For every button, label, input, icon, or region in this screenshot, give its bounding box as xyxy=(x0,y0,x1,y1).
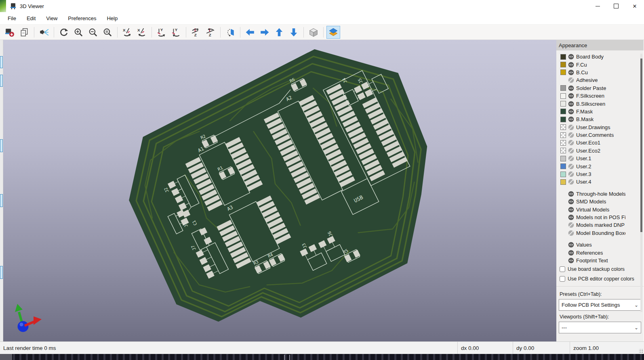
visibility-eye-off-icon[interactable] xyxy=(568,124,574,130)
zoom-out-button[interactable] xyxy=(86,26,100,39)
model-option-row[interactable]: Through-hole Models xyxy=(560,190,644,198)
visibility-eye-icon[interactable] xyxy=(568,101,574,107)
use-board-stackup-colors-row[interactable]: Use board stackup colors xyxy=(556,264,644,274)
rotate-x-cw-button[interactable]: X xyxy=(120,26,134,39)
menu-preferences[interactable]: Preferences xyxy=(63,13,101,24)
layer-row[interactable]: User.4 xyxy=(560,178,644,186)
rotate-x-ccw-button[interactable]: X xyxy=(135,26,149,39)
visibility-eye-icon[interactable] xyxy=(568,54,574,60)
color-swatch[interactable] xyxy=(560,69,566,75)
layer-row[interactable]: Adhesive xyxy=(560,76,644,84)
3d-viewport[interactable]: A1A3A2R1R2R3R4R5R6J2J1C1J7J3J6J4J5USB xyxy=(3,40,556,341)
text-option-row[interactable]: References xyxy=(560,249,644,256)
visibility-eye-icon[interactable] xyxy=(568,214,574,220)
color-swatch[interactable] xyxy=(560,109,566,114)
visibility-eye-icon[interactable] xyxy=(568,109,574,115)
color-swatch[interactable] xyxy=(560,132,566,138)
visibility-eye-off-icon[interactable] xyxy=(568,140,574,146)
visibility-eye-icon[interactable] xyxy=(568,191,574,197)
visibility-eye-off-icon[interactable] xyxy=(568,148,574,154)
visibility-eye-icon[interactable] xyxy=(568,207,574,213)
panel-scrollbar-thumb[interactable] xyxy=(640,59,642,232)
model-option-row[interactable]: Models not in POS File xyxy=(560,213,644,221)
model-option-row[interactable]: Model Bounding Boxes xyxy=(560,229,644,237)
visibility-eye-icon[interactable] xyxy=(568,250,574,256)
model-option-row[interactable]: Virtual Models xyxy=(560,205,644,213)
text-option-row[interactable]: Values xyxy=(560,241,644,249)
checkbox-icon[interactable] xyxy=(560,266,565,272)
visibility-eye-icon[interactable] xyxy=(568,257,574,264)
layer-row[interactable]: B.Cu xyxy=(560,69,644,76)
color-swatch[interactable] xyxy=(560,179,566,185)
color-swatch[interactable] xyxy=(560,62,566,67)
layer-row[interactable]: User.1 xyxy=(560,155,644,162)
visibility-eye-icon[interactable] xyxy=(568,62,574,68)
layer-row[interactable]: F.Silkscreen xyxy=(560,92,644,100)
presets-dropdown[interactable]: Follow PCB Plot Settings ⌄ xyxy=(559,299,641,311)
show-layers-button[interactable] xyxy=(326,26,340,39)
layer-row[interactable]: F.Mask xyxy=(560,108,644,115)
layer-row[interactable]: B.Mask xyxy=(560,115,644,123)
render-current-view-button[interactable] xyxy=(37,26,51,39)
layer-row[interactable]: User.Comments xyxy=(560,131,644,139)
checkbox-icon[interactable] xyxy=(560,276,565,282)
model-option-row[interactable]: Models marked DNP xyxy=(560,221,644,229)
layer-row[interactable]: User.Eco1 xyxy=(560,139,644,147)
layer-row[interactable]: F.Cu xyxy=(560,61,644,68)
color-swatch[interactable] xyxy=(560,172,566,177)
rotate-y-ccw-button[interactable]: Y xyxy=(169,26,183,39)
rotate-z-cw-button[interactable]: Z xyxy=(189,26,203,39)
layer-row[interactable]: User.3 xyxy=(560,170,644,178)
color-swatch[interactable] xyxy=(560,163,566,169)
minimize-button[interactable] xyxy=(588,0,607,12)
resize-grip[interactable] xyxy=(639,349,643,353)
visibility-eye-icon[interactable] xyxy=(568,93,574,99)
menu-file[interactable]: File xyxy=(2,13,21,24)
orthographic-view-button[interactable] xyxy=(307,26,320,39)
color-swatch[interactable] xyxy=(560,54,566,60)
color-swatch[interactable] xyxy=(560,101,566,107)
menu-edit[interactable]: Edit xyxy=(21,13,41,24)
layer-row[interactable]: Solder Paste xyxy=(560,84,644,92)
visibility-eye-off-icon[interactable] xyxy=(568,222,574,228)
visibility-eye-icon[interactable] xyxy=(568,69,574,75)
visibility-eye-icon[interactable] xyxy=(568,116,574,122)
visibility-eye-off-icon[interactable] xyxy=(568,230,574,236)
layer-row[interactable]: User.2 xyxy=(560,162,644,170)
pan-right-button[interactable] xyxy=(258,26,271,39)
layer-row[interactable]: Board Body xyxy=(560,53,644,61)
close-button[interactable]: ✕ xyxy=(625,0,644,12)
visibility-eye-icon[interactable] xyxy=(568,242,574,248)
zoom-in-button[interactable] xyxy=(72,26,85,39)
color-swatch[interactable] xyxy=(560,85,566,91)
color-swatch[interactable] xyxy=(560,93,566,99)
menu-view[interactable]: View xyxy=(41,13,63,24)
copy-image-button[interactable] xyxy=(17,26,31,39)
reload-board-button[interactable] xyxy=(3,26,17,39)
layer-row[interactable]: B.Silkscreen xyxy=(560,100,644,107)
viewports-dropdown[interactable]: --- ⌄ xyxy=(559,322,641,333)
color-swatch[interactable] xyxy=(560,124,566,130)
visibility-eye-off-icon[interactable] xyxy=(568,171,574,177)
text-option-row[interactable]: Footprint Text xyxy=(560,257,644,264)
visibility-eye-off-icon[interactable] xyxy=(568,179,574,185)
visibility-eye-off-icon[interactable] xyxy=(568,132,574,138)
visibility-eye-off-icon[interactable] xyxy=(568,163,574,170)
maximize-button[interactable] xyxy=(607,0,625,12)
rotate-z-ccw-button[interactable]: Z xyxy=(204,26,217,39)
pan-down-button[interactable] xyxy=(287,26,301,39)
color-swatch[interactable] xyxy=(560,140,566,146)
zoom-to-fit-button[interactable] xyxy=(101,26,114,39)
layer-row[interactable]: User.Eco2 xyxy=(560,147,644,155)
menu-help[interactable]: Help xyxy=(101,13,123,24)
redraw-button[interactable] xyxy=(57,26,71,39)
use-pcb-editor-copper-colors-row[interactable]: Use PCB editor copper colors xyxy=(556,274,644,284)
color-swatch[interactable] xyxy=(560,156,566,161)
color-swatch[interactable] xyxy=(560,148,566,153)
panel-scrollbar[interactable] xyxy=(640,54,642,312)
rotate-y-cw-button[interactable]: Y xyxy=(155,26,168,39)
visibility-eye-icon[interactable] xyxy=(568,85,574,91)
visibility-eye-off-icon[interactable] xyxy=(568,77,574,83)
model-option-row[interactable]: SMD Models xyxy=(560,198,644,205)
layer-row[interactable]: User.Drawings xyxy=(560,123,644,131)
